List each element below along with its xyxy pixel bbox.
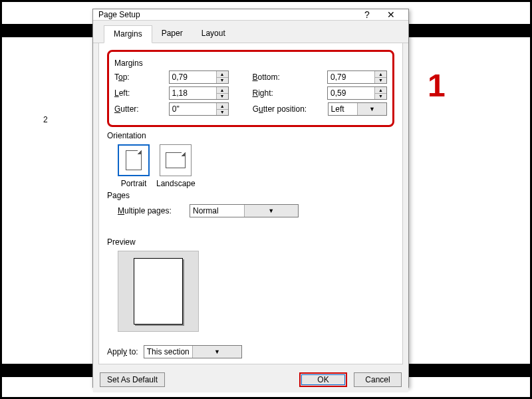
preview-box <box>118 251 199 332</box>
gutterpos-value: Left <box>329 104 357 114</box>
titlebar: Page Setup ? ✕ <box>93 9 408 21</box>
ok-button[interactable]: OK <box>299 372 347 387</box>
up-icon[interactable]: ▲ <box>217 87 228 94</box>
down-icon[interactable]: ▼ <box>217 78 228 84</box>
multiple-pages-combo[interactable]: Normal ▼ <box>190 204 299 217</box>
dialog-body: Margins Top: ▲▼ Bottom: ▲▼ Left: ▲▼ <box>98 43 403 364</box>
apply-to-combo[interactable]: This section ▼ <box>144 345 242 358</box>
right-spinner[interactable]: ▲▼ <box>327 86 387 100</box>
pages-section-label: Pages <box>107 191 394 200</box>
multiple-pages-label: Multiple pages: <box>118 206 184 215</box>
left-label: Left: <box>114 88 165 98</box>
multiple-pages-value: Normal <box>190 206 244 215</box>
up-icon[interactable]: ▲ <box>375 71 386 78</box>
left-input[interactable] <box>170 87 216 99</box>
orientation-group: Portrait Landscape <box>118 144 394 188</box>
top-spinner[interactable]: ▲▼ <box>169 70 229 84</box>
page-setup-dialog: Page Setup ? ✕ Margins Paper Layout Marg… <box>92 9 409 388</box>
tab-layout[interactable]: Layout <box>192 25 235 43</box>
tab-margins[interactable]: Margins <box>104 25 152 43</box>
down-icon[interactable]: ▼ <box>217 110 228 116</box>
portrait-label: Portrait <box>121 179 147 188</box>
margins-section-label: Margins <box>114 59 387 68</box>
orientation-section-label: Orientation <box>107 131 394 140</box>
up-icon[interactable]: ▲ <box>217 103 228 110</box>
bg-page-number: 2 <box>43 115 48 124</box>
gutterpos-combo[interactable]: Left ▼ <box>328 102 387 116</box>
tab-paper[interactable]: Paper <box>152 25 192 43</box>
down-icon[interactable]: ▼ <box>375 78 386 84</box>
help-icon[interactable]: ? <box>355 9 379 20</box>
cancel-button[interactable]: Cancel <box>354 372 402 387</box>
portrait-icon <box>126 150 142 170</box>
gutter-spinner[interactable]: ▲▼ <box>169 102 229 116</box>
top-input[interactable] <box>170 71 216 83</box>
chevron-down-icon[interactable]: ▼ <box>192 346 241 358</box>
annotation-1: 1 <box>428 67 446 104</box>
right-label: Right: <box>253 88 323 98</box>
apply-to-label: Apply to: <box>107 347 138 356</box>
margins-group: Margins Top: ▲▼ Bottom: ▲▼ Left: ▲▼ <box>107 50 394 127</box>
top-label: Top: <box>114 72 165 82</box>
apply-to-value: This section <box>144 347 193 356</box>
bottom-spinner[interactable]: ▲▼ <box>327 70 387 84</box>
gutter-label: Gutter: <box>114 104 165 114</box>
landscape-label: Landscape <box>156 179 196 188</box>
bottom-input[interactable] <box>328 71 374 83</box>
dialog-footer: Set As Default OK Cancel <box>93 368 408 392</box>
chevron-down-icon[interactable]: ▼ <box>357 103 386 115</box>
down-icon[interactable]: ▼ <box>217 94 228 100</box>
up-icon[interactable]: ▲ <box>217 71 228 78</box>
close-icon[interactable]: ✕ <box>379 9 403 20</box>
right-input[interactable] <box>328 87 374 99</box>
tab-bar: Margins Paper Layout <box>93 21 408 43</box>
gutter-input[interactable] <box>170 103 216 115</box>
dialog-title: Page Setup <box>98 10 355 19</box>
preview-section-label: Preview <box>107 237 394 247</box>
gutterpos-label: Gutter position: <box>253 104 324 114</box>
up-icon[interactable]: ▲ <box>375 87 386 94</box>
orientation-portrait[interactable]: Portrait <box>118 144 150 188</box>
left-spinner[interactable]: ▲▼ <box>169 86 229 100</box>
chevron-down-icon[interactable]: ▼ <box>244 205 299 217</box>
preview-page-icon <box>134 258 183 325</box>
down-icon[interactable]: ▼ <box>375 94 386 100</box>
landscape-icon <box>166 152 186 168</box>
bottom-label: Bottom: <box>253 72 323 82</box>
orientation-landscape[interactable]: Landscape <box>156 144 196 188</box>
set-as-default-button[interactable]: Set As Default <box>100 372 165 387</box>
